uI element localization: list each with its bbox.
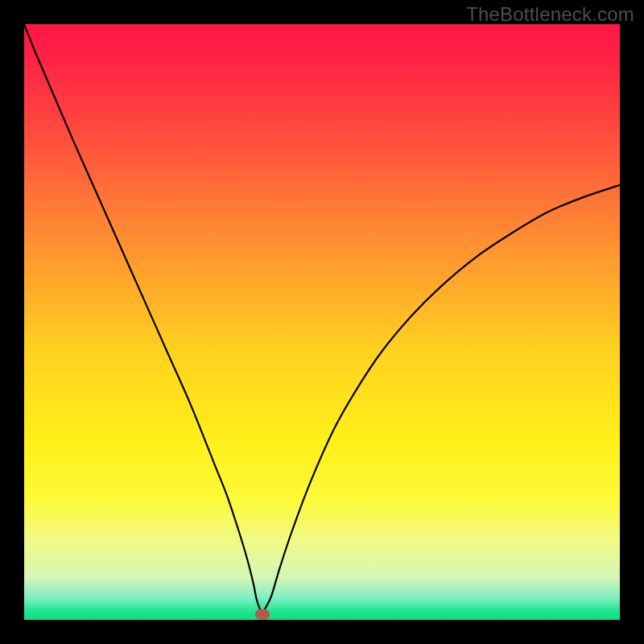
chart-stage: TheBottleneck.com <box>0 0 644 644</box>
bottleneck-curve <box>24 24 620 614</box>
watermark-text: TheBottleneck.com <box>466 3 634 26</box>
plot-area <box>24 24 620 620</box>
curve-layer <box>24 24 620 620</box>
minimum-marker <box>255 609 270 619</box>
